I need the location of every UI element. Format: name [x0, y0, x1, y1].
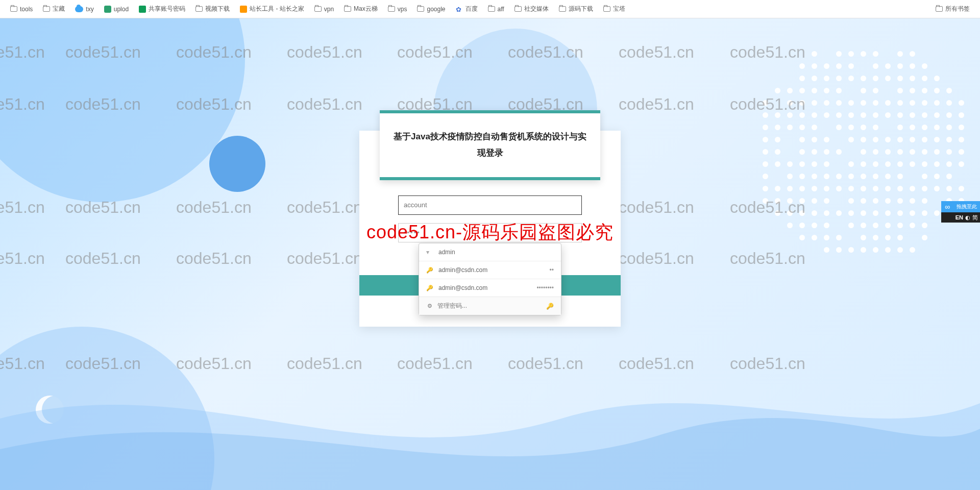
bookmark-label: 百度 — [465, 5, 478, 13]
folder-icon — [388, 6, 395, 12]
sheets-icon — [139, 6, 146, 13]
key-icon: 🔑 — [426, 284, 433, 291]
bookmark-item[interactable]: tools — [6, 4, 37, 15]
bookmarks-bar: tools宝藏txyuplod共享账号密码视频下载站长工具 - 站长之家vpnM… — [0, 0, 980, 18]
bookmark-item[interactable]: vpn — [310, 4, 338, 15]
bookmark-label: 视频下载 — [205, 5, 230, 13]
folder-icon — [936, 6, 943, 12]
gear-icon: ⚙ — [426, 303, 433, 310]
paw-icon: ✿ — [456, 6, 463, 13]
tool-icon — [240, 6, 247, 13]
manage-passwords-link[interactable]: ⚙ 管理密码... 🔑 — [419, 297, 561, 315]
bookmark-item[interactable]: 站长工具 - 站长之家 — [236, 3, 308, 15]
folder-icon — [10, 6, 17, 12]
bookmark-item[interactable]: uplod — [100, 4, 133, 15]
bookmark-label: 站长工具 - 站长之家 — [250, 5, 304, 13]
watermark-text: code51.cn — [287, 249, 362, 268]
bookmark-all[interactable]: 所有书签 — [932, 3, 974, 15]
watermark-text: code51.cn — [0, 198, 45, 217]
bookmark-item[interactable]: 共享账号密码 — [135, 3, 189, 15]
folder-icon — [195, 6, 203, 12]
bookmark-item[interactable]: vps — [384, 4, 411, 15]
watermark-text: code51.cn — [287, 198, 362, 217]
bookmark-label: 源码下载 — [569, 5, 593, 13]
watermark-text: code51.cn — [65, 249, 141, 268]
drag-label: 拖拽至此 — [953, 203, 980, 210]
chevron-down-icon: ▾ — [426, 249, 433, 256]
folder-icon — [417, 6, 424, 12]
bookmark-label: aff — [498, 6, 504, 13]
page-background: code51.cncode51.cncode51.cncode51.cncode… — [0, 18, 980, 490]
bookmark-label: 所有书签 — [945, 5, 970, 13]
watermark-text: code51.cn — [619, 198, 694, 217]
bookmark-item[interactable]: 社交媒体 — [510, 3, 553, 15]
pw-footer-label: 管理密码... — [437, 302, 467, 310]
lang-cn[interactable]: 简 — [972, 214, 978, 222]
folder-icon — [514, 6, 522, 12]
bookmark-label: txy — [86, 6, 93, 13]
bookmark-label: 社交媒体 — [524, 5, 549, 13]
lang-en[interactable]: EN — [955, 214, 963, 220]
folder-icon — [43, 6, 50, 12]
password-manager-dropdown: ▾admin🔑admin@csdn.com••🔑admin@csdn.com••… — [419, 243, 561, 315]
folder-icon — [603, 6, 610, 12]
bookmark-label: tools — [20, 6, 33, 13]
side-widget[interactable]: ∞ 拖拽至此 EN ◐ 简 — [941, 201, 980, 223]
password-suggestion[interactable]: 🔑admin@csdn.com•• — [419, 261, 561, 279]
bookmark-item[interactable]: txy — [71, 4, 97, 15]
login-title: 基于Java技术疫情防控自动售货机系统的设计与实现登录 — [390, 129, 590, 162]
folder-icon — [344, 6, 351, 12]
key-icon: 🔑 — [546, 303, 554, 310]
folder-icon — [559, 6, 566, 12]
cloud-sync-icon: ∞ — [941, 203, 953, 211]
watermark-text: code51.cn — [619, 95, 694, 114]
password-suggestion[interactable]: ▾admin — [419, 243, 561, 261]
bookmark-item[interactable]: 源码下载 — [555, 3, 597, 15]
password-input[interactable] — [398, 223, 582, 242]
bookmark-item[interactable]: 宝塔 — [599, 3, 629, 15]
login-header: 基于Java技术疫情防控自动售货机系统的设计与实现登录 — [380, 110, 600, 180]
pw-username: admin — [438, 249, 554, 256]
bookmark-label: 宝藏 — [53, 5, 65, 13]
watermark-text: code51.cn — [287, 43, 362, 62]
bookmark-label: 共享账号密码 — [149, 5, 185, 13]
bookmark-item[interactable]: 宝藏 — [39, 3, 69, 15]
bookmark-label: Max云梯 — [354, 5, 378, 13]
bookmark-label: vpn — [324, 6, 334, 13]
pw-mask: •••••••• — [536, 284, 554, 291]
bookmark-item[interactable]: ✿百度 — [452, 3, 482, 15]
bookmark-label: 宝塔 — [613, 5, 625, 13]
pw-username: admin@csdn.com — [438, 284, 531, 291]
watermark-text: code51.cn — [619, 43, 694, 62]
username-input[interactable] — [398, 195, 582, 215]
upload-icon — [104, 6, 111, 13]
folder-icon — [488, 6, 495, 12]
cloud-icon — [75, 6, 83, 12]
moon-icon: ◐ — [965, 214, 970, 221]
bookmark-item[interactable]: Max云梯 — [340, 3, 382, 15]
watermark-text: code51.cn — [176, 198, 252, 217]
password-suggestion[interactable]: 🔑admin@csdn.com•••••••• — [419, 279, 561, 297]
watermark-text: code51.cn — [619, 249, 694, 268]
watermark-text: code51.cn — [176, 249, 252, 268]
bookmark-label: uplod — [114, 6, 129, 13]
key-icon: 🔑 — [426, 266, 433, 274]
bookmark-item[interactable]: google — [413, 4, 449, 15]
watermark-text: code51.cn — [287, 95, 362, 114]
watermark-text: code51.cn — [0, 249, 45, 268]
bookmark-item[interactable]: aff — [484, 4, 508, 15]
pw-mask: •• — [550, 266, 554, 274]
folder-icon — [314, 6, 322, 12]
bookmark-item[interactable]: 视频下载 — [191, 3, 234, 15]
pw-username: admin@csdn.com — [438, 266, 545, 274]
bookmark-label: google — [427, 6, 445, 13]
bookmark-label: vps — [398, 6, 407, 13]
